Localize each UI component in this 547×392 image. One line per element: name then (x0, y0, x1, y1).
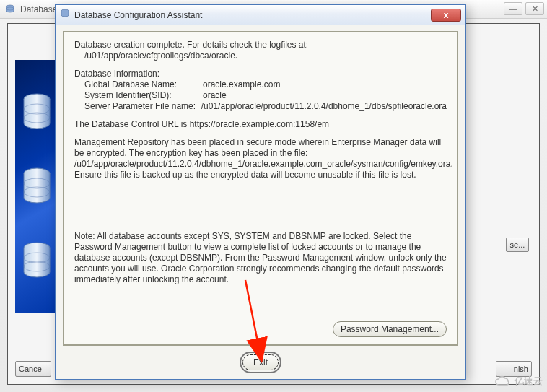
watermark-text: 亿速云 (515, 375, 543, 388)
db-control-url: The Database Control URL is https://orac… (74, 119, 447, 130)
exit-button[interactable]: Exit (242, 354, 279, 370)
dbca-completion-dialog: Database Configuration Assistant x Datab… (55, 4, 466, 380)
logfile-path: /u01/app/oracle/cfgtoollogs/dbca/oracle. (74, 51, 447, 61)
wizard-sidebar (15, 60, 58, 313)
global-db-name-label: Global Database Name: (74, 79, 203, 90)
browse-button-partial[interactable]: se... (506, 238, 529, 252)
cloud-icon (494, 375, 512, 387)
database-information-heading: Database Information: (74, 69, 447, 79)
cancel-button-partial[interactable]: Cance (15, 361, 51, 377)
spfile-label: Server Parameter File name: (74, 101, 201, 112)
close-icon: x (444, 10, 449, 20)
close-button[interactable]: ✕ (525, 2, 544, 15)
account-lock-note: Note: All database accounts except SYS, … (74, 231, 447, 285)
parent-window-controls: — ✕ (504, 2, 544, 15)
dialog-title: Database Configuration Assistant (74, 10, 202, 20)
parent-title: Database (20, 4, 57, 14)
watermark: 亿速云 (494, 375, 543, 388)
creation-complete-text: Database creation complete. For details … (74, 40, 447, 61)
database-icon (60, 9, 70, 21)
database-icon (4, 4, 16, 15)
database-barrel-icon (22, 167, 52, 205)
dialog-button-bar: Exit (63, 352, 458, 373)
sid-value: oracle (203, 90, 447, 101)
global-db-name-value: oracle.example.com (203, 79, 447, 90)
sid-label: System Identifier(SID): (74, 90, 203, 101)
minimize-button[interactable]: — (504, 2, 522, 15)
dialog-close-button[interactable]: x (431, 9, 461, 22)
database-barrel-icon (22, 93, 52, 131)
password-management-button[interactable]: Password Management... (333, 321, 447, 337)
database-information-block: Database Information: Global Database Na… (74, 69, 447, 112)
dialog-titlebar: Database Configuration Assistant x (56, 5, 465, 25)
management-repository-text: Management Repository has been placed in… (74, 137, 447, 180)
dialog-content: Database creation complete. For details … (63, 31, 458, 346)
database-barrel-icon (22, 242, 52, 279)
creation-complete-line1: Database creation complete. For details … (74, 40, 447, 51)
spfile-value: /u01/app/oracle/product/11.2.0.4/dbhome_… (201, 101, 447, 112)
